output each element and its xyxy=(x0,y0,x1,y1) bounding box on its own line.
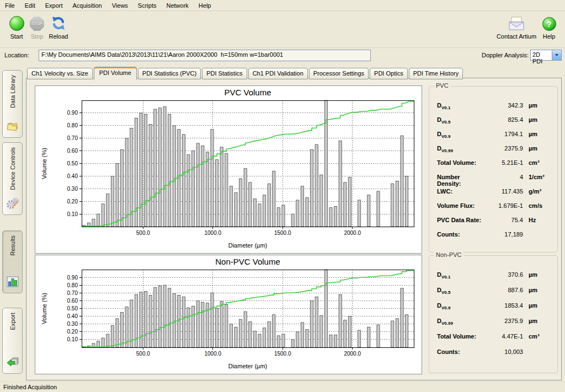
folders-icon xyxy=(6,120,19,134)
doppler-analysis-select[interactable]: 2D PDI xyxy=(530,50,562,61)
stat-label: DV0.99 xyxy=(437,318,486,326)
stat-unit: µm xyxy=(523,102,553,109)
menu-item-help[interactable]: Help xyxy=(194,1,216,10)
stat-row: DV0.91853.4µm xyxy=(437,302,553,318)
svg-text:Volume (%): Volume (%) xyxy=(41,293,47,324)
non-pvc-stats-rows: DV0.1370.6µmDV0.5887.6µmDV0.91853.4µmDV0… xyxy=(437,271,553,364)
status-text: Finished Acquisition xyxy=(3,384,57,390)
contact-artium-button[interactable]: Contact Artium xyxy=(494,15,539,40)
sidebar-item-results[interactable]: Results xyxy=(2,230,23,293)
svg-text:0.10: 0.10 xyxy=(67,211,78,217)
stat-unit: µm xyxy=(523,131,553,137)
svg-text:2000.0: 2000.0 xyxy=(344,351,361,357)
stat-label-subscript: V0.9 xyxy=(441,305,450,310)
stat-value: 4.47E-1 xyxy=(486,333,523,340)
pvc-stats-rows: DV0.1342.3µmDV0.5825.4µmDV0.91794.1µmDV0… xyxy=(437,102,553,245)
location-input[interactable]: F:\My Documents\AIMS Data\2013\2013\11\2… xyxy=(39,50,371,61)
doppler-analysis-value: 2D PDI xyxy=(531,50,552,60)
svg-text:0.90: 0.90 xyxy=(67,275,78,281)
contact-artium-label: Contact Artium xyxy=(494,33,539,40)
svg-text:0.50: 0.50 xyxy=(67,160,78,167)
stat-label: Volume Flux: xyxy=(437,202,486,209)
stat-value: 117.435 xyxy=(486,188,523,195)
stat-label-subscript: V0.5 xyxy=(441,120,450,125)
stat-unit: µm xyxy=(523,287,553,293)
sidebar-item-device-controls[interactable]: Device Controls xyxy=(2,142,23,215)
sidebar: Data LibraryDevice ControlsResultsExport xyxy=(1,70,24,379)
reload-button[interactable]: Reload xyxy=(46,15,71,40)
chevron-down-icon[interactable] xyxy=(552,50,561,60)
menu-item-scripts[interactable]: Scripts xyxy=(133,1,162,10)
stat-label: LWC: xyxy=(437,188,486,195)
tab-processor-settings[interactable]: Processor Settings xyxy=(309,68,369,79)
non-pvc-stats-panel: Non-PVC DV0.1370.6µmDV0.5887.6µmDV0.9185… xyxy=(429,255,558,373)
svg-text:0.90: 0.90 xyxy=(67,110,78,116)
tab-pdi-time-history[interactable]: PDI Time History xyxy=(409,68,463,79)
stat-value: 887.6 xyxy=(486,287,523,293)
stat-label: Counts: xyxy=(437,348,486,355)
sidebar-item-export[interactable]: Export xyxy=(2,308,23,374)
bar-chart-icon xyxy=(6,275,19,289)
tab-ch1-velocity-vs-size[interactable]: Ch1 Velocity vs. Size xyxy=(27,68,93,79)
sidebar-item-data-library[interactable]: Data Library xyxy=(2,70,23,138)
status-bar: Finished Acquisition xyxy=(0,382,565,392)
reload-button-label: Reload xyxy=(46,33,71,40)
gears-icon xyxy=(6,197,19,211)
stat-unit: cm/s xyxy=(523,202,553,209)
menu-item-edit[interactable]: Edit xyxy=(20,1,40,10)
tab-pdi-optics[interactable]: PDI Optics xyxy=(370,68,408,79)
stat-row: LWC:117.435g/m³ xyxy=(437,188,553,202)
svg-text:Diameter (µm): Diameter (µm) xyxy=(228,242,268,249)
stat-label: DV0.5 xyxy=(437,287,486,295)
stat-label-subscript: V0.9 xyxy=(441,134,450,139)
stat-unit: cm³ xyxy=(523,333,553,340)
stat-unit: 1/cm³ xyxy=(523,174,553,180)
menu-item-acquisition[interactable]: Acquisition xyxy=(68,1,107,10)
pvc-volume-chart: PVC Volume0.100.200.300.400.500.600.700.… xyxy=(35,85,422,254)
stop-icon: STOP xyxy=(30,17,44,31)
non-pvc-volume-chart: Non-PVC Volume0.100.200.300.400.500.600.… xyxy=(35,255,422,374)
stat-unit: µm xyxy=(523,302,553,309)
stat-label: Counts: xyxy=(437,231,486,238)
chevron-down-glyph xyxy=(555,54,558,56)
menu-item-file[interactable]: File xyxy=(0,1,20,10)
stop-button[interactable]: STOP Stop xyxy=(28,15,46,40)
stat-value: 370.6 xyxy=(486,271,523,278)
stat-value: 1794.1 xyxy=(486,131,523,137)
tab-pdi-volume[interactable]: PDI Volume xyxy=(94,67,137,80)
stat-row: DV0.1342.3µm xyxy=(437,102,553,116)
stat-row: Total Volume:4.47E-1cm³ xyxy=(437,333,553,348)
svg-text:1500.0: 1500.0 xyxy=(274,230,291,236)
tab-page-pdi-volume: PVC Volume0.100.200.300.400.500.600.700.… xyxy=(26,78,562,380)
stat-value: 4 xyxy=(486,174,523,180)
menu-item-views[interactable]: Views xyxy=(107,1,133,10)
stat-row: DV0.992375.9µm xyxy=(437,145,553,159)
svg-text:0.30: 0.30 xyxy=(67,186,78,192)
start-button[interactable]: Start xyxy=(6,15,28,40)
tab-strip: Ch1 Velocity vs. SizePDI VolumePDI Stati… xyxy=(27,66,464,79)
stat-label: Number Density: xyxy=(437,174,486,187)
stat-value: 2375.9 xyxy=(486,318,523,324)
stat-label: DV0.9 xyxy=(437,302,486,310)
menu-item-export[interactable]: Export xyxy=(40,1,68,10)
svg-text:1000.0: 1000.0 xyxy=(205,351,222,357)
stat-label: DV0.99 xyxy=(437,145,486,153)
svg-text:1000.0: 1000.0 xyxy=(205,230,222,236)
tab-ch1-pdi-validation[interactable]: Ch1 PDI Validation xyxy=(248,68,308,79)
svg-text:2000.0: 2000.0 xyxy=(344,230,361,236)
stat-label-subscript: V0.99 xyxy=(441,148,453,153)
stat-value: 825.4 xyxy=(486,116,523,123)
tab-pdi-statistics-pvc[interactable]: PDI Statistics (PVC) xyxy=(138,68,201,79)
sidebar-item-label: Data Library xyxy=(9,75,16,108)
svg-text:0.10: 0.10 xyxy=(67,336,78,342)
tab-pdi-statistics[interactable]: PDI Statistics xyxy=(202,68,247,79)
menu-item-network[interactable]: Network xyxy=(161,1,193,10)
stat-unit: µm xyxy=(523,145,553,152)
svg-text:0.80: 0.80 xyxy=(67,122,78,128)
svg-text:Diameter (µm): Diameter (µm) xyxy=(228,363,268,369)
svg-text:0.80: 0.80 xyxy=(67,282,78,288)
stat-unit: µm xyxy=(523,116,553,123)
stat-label-subscript: V0.1 xyxy=(441,275,450,280)
help-button[interactable]: ? Help xyxy=(540,15,558,40)
svg-text:0.70: 0.70 xyxy=(67,135,78,141)
